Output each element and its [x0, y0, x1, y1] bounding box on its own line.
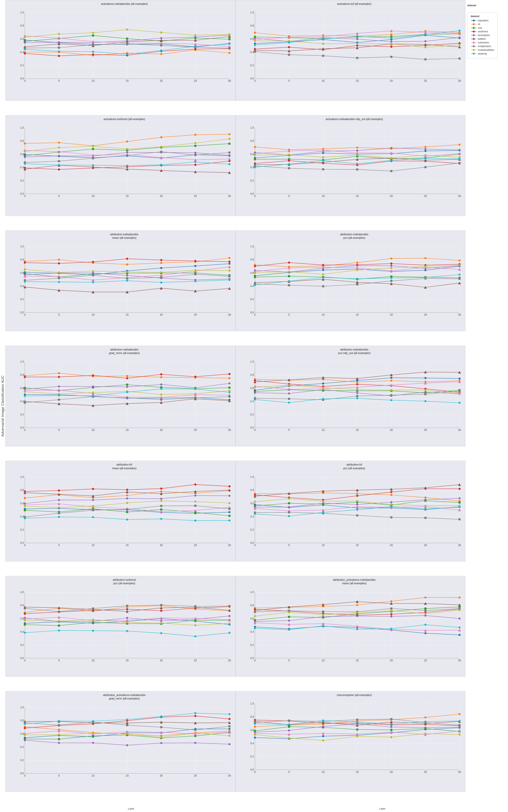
svg-text:1.0: 1.0: [20, 245, 24, 248]
chart-title-2: activations-lof (all examples): [245, 2, 463, 6]
svg-text:30: 30: [228, 428, 231, 431]
svg-rect-280: [160, 151, 162, 153]
svg-point-536: [424, 257, 426, 259]
legend-label-sciq: sciq: [478, 27, 482, 29]
svg-rect-340: [254, 158, 256, 160]
svg-rect-876: [228, 508, 230, 510]
svg-text:0: 0: [254, 195, 256, 198]
legend-item-population: population: [471, 19, 494, 22]
svg-point-1399: [473, 42, 475, 44]
svg-point-633: [126, 375, 128, 377]
svg-point-1124: [458, 634, 460, 636]
svg-text:0.6: 0.6: [250, 271, 254, 274]
svg-point-850: [58, 499, 60, 501]
svg-text:20: 20: [160, 195, 163, 198]
legend-icon-nli: [471, 23, 477, 26]
svg-point-750: [254, 392, 256, 394]
svg-text:30: 30: [458, 428, 461, 431]
svg-point-855: [228, 495, 230, 497]
svg-point-884: [24, 517, 26, 519]
svg-text:0.0: 0.0: [20, 772, 24, 775]
svg-rect-935: [288, 502, 290, 504]
svg-text:10: 10: [92, 774, 95, 777]
y-axis-label: Adversarial Image Classification AUC: [1, 375, 5, 436]
svg-text:15: 15: [355, 544, 359, 547]
svg-text:20: 20: [390, 544, 393, 547]
svg-text:1.0: 1.0: [20, 126, 24, 129]
svg-text:0.0: 0.0: [20, 77, 24, 80]
svg-point-555: [356, 265, 358, 267]
svg-text:25: 25: [424, 658, 427, 662]
svg-text:1.0: 1.0: [20, 360, 24, 363]
svg-point-1150: [390, 615, 392, 617]
svg-text:0.2: 0.2: [250, 528, 254, 531]
svg-point-1149: [356, 615, 358, 617]
svg-text:0.2: 0.2: [250, 643, 254, 646]
svg-rect-673: [58, 399, 60, 401]
svg-point-987: [390, 506, 392, 508]
svg-text:0.8: 0.8: [250, 604, 254, 607]
svg-text:0.4: 0.4: [20, 515, 24, 518]
chart-cell-13: attribution_activations-mahalanobisgrad_…: [5, 691, 236, 792]
svg-text:10: 10: [322, 428, 325, 431]
legend-container: dataset dataset population nli sciq sent…: [465, 0, 508, 806]
svg-point-456: [126, 274, 128, 276]
svg-rect-874: [160, 505, 162, 507]
svg-text:15: 15: [126, 195, 129, 198]
svg-point-191: [254, 44, 256, 46]
svg-text:30: 30: [228, 544, 231, 547]
svg-point-889: [195, 520, 197, 521]
chart-title-11: attribution-isoforestpcs (all examples): [15, 578, 234, 585]
svg-rect-1034: [58, 625, 60, 627]
chart-area-14: 0.00.20.40.60.81.0051015202530: [245, 697, 463, 781]
svg-point-851: [92, 499, 94, 501]
svg-point-196: [424, 34, 426, 36]
svg-point-293: [126, 165, 128, 167]
svg-point-1391: [473, 27, 475, 29]
svg-text:30: 30: [458, 195, 461, 198]
svg-rect-178: [288, 54, 290, 56]
svg-point-393: [390, 159, 392, 161]
svg-text:5: 5: [58, 774, 60, 777]
svg-rect-539: [288, 275, 290, 277]
svg-point-436: [160, 262, 162, 264]
svg-point-1152: [458, 617, 460, 619]
svg-rect-776: [424, 393, 426, 395]
svg-rect-380: [424, 166, 426, 168]
svg-point-430: [195, 265, 197, 267]
svg-text:0.0: 0.0: [250, 192, 254, 195]
legend-box: dataset population nli sciq sentiment he…: [467, 12, 498, 58]
y-axis-label-container: Adversarial Image Classification AUC: [0, 0, 5, 812]
svg-text:0.0: 0.0: [250, 656, 254, 659]
legend-label-subtraction: subtraction: [478, 41, 489, 44]
chart-cell-12: attribution_activations-mahalanobismean …: [236, 576, 466, 677]
svg-point-1349: [424, 727, 426, 729]
svg-point-1147: [288, 619, 290, 622]
svg-rect-1033: [24, 624, 26, 626]
svg-text:0.4: 0.4: [250, 285, 254, 288]
svg-point-1182: [288, 629, 290, 631]
svg-point-1086: [160, 632, 162, 634]
svg-text:20: 20: [160, 774, 163, 777]
svg-text:0.8: 0.8: [20, 258, 24, 261]
svg-point-636: [228, 377, 230, 379]
svg-text:0.6: 0.6: [20, 732, 24, 735]
svg-point-488: [24, 281, 26, 283]
svg-rect-1069: [58, 611, 60, 612]
svg-point-135: [254, 32, 256, 34]
chart-area-8: 0.00.20.40.60.81.0051015202530: [245, 355, 463, 439]
legend-icon-addition: [471, 38, 477, 40]
svg-point-290: [24, 163, 26, 165]
svg-point-1286: [228, 713, 230, 715]
svg-text:0: 0: [254, 658, 256, 662]
chart-title-6: attribution-mahalanobispcs (all examples…: [245, 232, 463, 240]
svg-point-1245: [24, 739, 26, 741]
svg-point-832: [160, 490, 162, 493]
svg-text:5: 5: [288, 428, 290, 431]
svg-point-93: [58, 50, 60, 52]
svg-rect-376: [288, 167, 290, 169]
svg-point-1384: [424, 721, 426, 723]
svg-text:5: 5: [288, 195, 290, 198]
chart-cell-10: attribution-lofpcs (all examples)0.00.20…: [236, 461, 466, 561]
svg-point-1346: [322, 726, 324, 728]
